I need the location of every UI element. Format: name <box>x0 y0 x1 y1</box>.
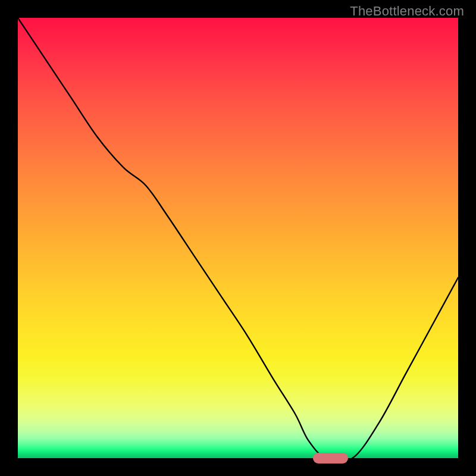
plot-area <box>18 18 458 458</box>
bottleneck-curve <box>18 18 458 458</box>
watermark-text: TheBottleneck.com <box>350 4 464 19</box>
optimal-range-marker <box>313 453 348 464</box>
